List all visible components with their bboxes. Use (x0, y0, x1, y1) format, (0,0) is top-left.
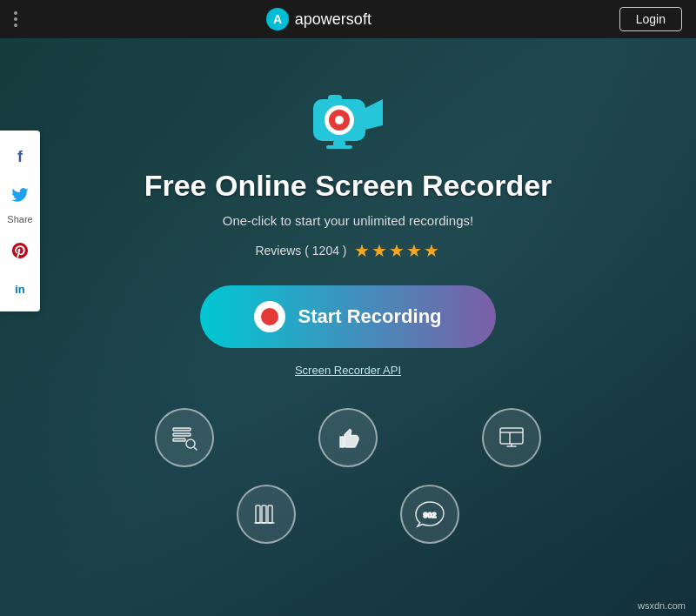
navbar: A apowersoft Login (0, 0, 696, 38)
svg-rect-9 (326, 145, 352, 149)
reviews-text: Reviews ( 1204 ) (255, 244, 346, 258)
svg-rect-20 (256, 506, 260, 523)
svg-rect-10 (173, 428, 191, 431)
layout-feature-button[interactable] (482, 408, 541, 467)
share-label: Share (7, 214, 32, 231)
pinterest-button[interactable] (0, 231, 40, 270)
main-content: Free Online Screen Recorder One-click to… (0, 38, 696, 544)
search-feature-button[interactable] (155, 408, 214, 467)
twitter-button[interactable] (0, 176, 40, 214)
svg-rect-6 (328, 95, 342, 102)
recorder-icon (309, 86, 387, 151)
svg-text:A: A (273, 12, 282, 26)
pinterest-icon (12, 243, 28, 258)
subtitle: One-click to start your unlimited record… (223, 213, 473, 228)
logo-text: apowersoft (295, 10, 371, 29)
svg-point-5 (335, 116, 344, 124)
api-link[interactable]: Screen Recorder API (295, 364, 401, 377)
svg-rect-11 (173, 433, 191, 436)
twitter-icon (11, 188, 29, 202)
menu-dots-button[interactable] (14, 11, 17, 27)
linkedin-button[interactable]: in (0, 270, 40, 308)
svg-rect-21 (262, 506, 266, 523)
main-title: Free Online Screen Recorder (144, 169, 552, 203)
logo: A apowersoft (265, 7, 371, 31)
social-sidebar: f Share in (0, 131, 40, 311)
watermark: wsxdn.com (638, 600, 686, 611)
svg-rect-15 (500, 428, 523, 444)
reviews-section: Reviews ( 1204 ) ★★★★★ (255, 240, 440, 261)
svg-rect-22 (268, 506, 272, 523)
app-icon (309, 86, 387, 151)
chat-icon: 902 (412, 497, 447, 532)
thumbsup-icon (333, 423, 363, 452)
library-icon (251, 499, 281, 529)
thumbsup-feature-button[interactable] (318, 408, 378, 467)
login-button[interactable]: Login (619, 7, 682, 31)
features-row-2: 902 (237, 485, 459, 544)
search-list-icon (170, 423, 199, 452)
svg-text:902: 902 (423, 511, 436, 519)
svg-rect-12 (173, 439, 185, 441)
svg-line-14 (194, 447, 197, 450)
stars-rating: ★★★★★ (354, 240, 441, 261)
record-icon (254, 301, 285, 332)
chat-feature-button[interactable]: 902 (400, 485, 459, 544)
layout-icon (497, 423, 526, 452)
svg-marker-7 (365, 99, 383, 130)
logo-icon: A (265, 7, 290, 31)
facebook-button[interactable]: f (0, 137, 40, 176)
start-recording-button[interactable]: Start Recording (200, 285, 496, 348)
library-feature-button[interactable] (237, 485, 296, 544)
record-button-label: Start Recording (298, 305, 441, 328)
features-row-1 (155, 408, 541, 467)
